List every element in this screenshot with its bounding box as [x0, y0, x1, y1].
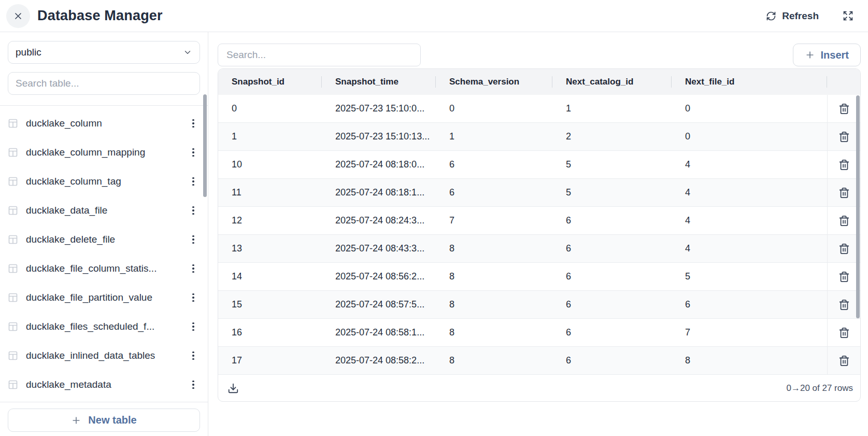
trash-icon	[838, 243, 850, 255]
grid-header: Snapshot_id Snapshot_time Schema_version…	[218, 69, 860, 95]
table-item-menu-button[interactable]	[187, 261, 200, 276]
table-item-label: ducklake_metadata	[26, 379, 111, 390]
data-grid: Snapshot_id Snapshot_time Schema_version…	[218, 68, 861, 402]
table-cell: 14	[218, 263, 322, 290]
sidebar-table-item[interactable]: ducklake_metadata	[8, 370, 200, 399]
delete-row-button[interactable]	[834, 155, 854, 175]
delete-row-button[interactable]	[834, 211, 854, 231]
table-row: 132025-07-24 08:43:3...864	[218, 235, 860, 263]
schema-select[interactable]: public	[8, 41, 200, 64]
table-cell: 1	[552, 95, 672, 122]
table-cell: 4	[672, 235, 827, 262]
table-item-menu-button[interactable]	[187, 116, 200, 131]
row-action-cell	[827, 235, 860, 262]
table-cell: 2025-07-24 08:58:1...	[322, 319, 436, 346]
table-icon	[8, 321, 18, 332]
delete-row-button[interactable]	[834, 99, 854, 119]
table-item-label: ducklake_delete_file	[26, 234, 115, 245]
table-search-input[interactable]	[8, 72, 200, 95]
table-item-label: ducklake_column_tag	[26, 176, 121, 187]
download-button[interactable]	[227, 383, 239, 394]
table-cell: 2025-07-24 08:43:3...	[322, 235, 436, 262]
table-item-menu-button[interactable]	[187, 348, 200, 363]
grid-footer: 0→20 of 27 rows	[218, 375, 860, 401]
table-item-label: ducklake_data_file	[26, 205, 107, 216]
refresh-button[interactable]: Refresh	[766, 10, 819, 22]
table-item-menu-button[interactable]	[187, 232, 200, 247]
refresh-label: Refresh	[782, 10, 819, 22]
sidebar-table-item[interactable]: ducklake_column	[8, 109, 200, 138]
table-cell: 10	[218, 151, 322, 178]
grid-body: 02025-07-23 15:10:0...010 12025-07-23 15…	[218, 95, 860, 375]
fullscreen-button[interactable]	[843, 10, 853, 21]
table-item-menu-button[interactable]	[187, 203, 200, 218]
table-item-label: ducklake_file_partition_value	[26, 292, 152, 303]
table-cell: 2025-07-23 15:10:0...	[322, 95, 436, 122]
delete-row-button[interactable]	[834, 127, 854, 147]
table-cell: 0	[436, 95, 552, 122]
sidebar-table-item[interactable]: ducklake_column_tag	[8, 167, 200, 196]
table-cell: 2025-07-24 08:18:0...	[322, 151, 436, 178]
plus-icon	[71, 415, 81, 426]
table-cell: 2025-07-24 08:58:2...	[322, 347, 436, 374]
table-item-menu-button[interactable]	[187, 145, 200, 160]
delete-row-button[interactable]	[834, 239, 854, 259]
table-icon	[8, 292, 18, 303]
table-icon	[8, 118, 18, 129]
chevron-down-icon	[183, 48, 192, 57]
insert-button[interactable]: Insert	[793, 44, 861, 66]
kebab-icon	[192, 381, 194, 389]
delete-row-button[interactable]	[834, 183, 854, 203]
kebab-icon	[192, 119, 194, 128]
table-row: 162025-07-24 08:58:1...867	[218, 319, 860, 347]
column-header: Next_file_id	[672, 69, 827, 95]
delete-row-button[interactable]	[834, 351, 854, 371]
new-table-button[interactable]: New table	[8, 409, 200, 432]
table-cell: 8	[436, 319, 552, 346]
table-item-menu-button[interactable]	[187, 174, 200, 189]
sidebar-table-item[interactable]: ducklake_data_file	[8, 196, 200, 225]
row-search-input[interactable]	[218, 44, 421, 66]
table-cell: 15	[218, 291, 322, 318]
table-cell: 2025-07-23 15:10:13...	[322, 123, 436, 150]
grid-scrollbar-thumb[interactable]	[856, 95, 860, 318]
sidebar-table-item[interactable]: ducklake_column_mapping	[8, 138, 200, 167]
trash-icon	[838, 271, 850, 283]
table-item-label: ducklake_file_column_statis...	[26, 263, 156, 274]
table-cell: 8	[436, 291, 552, 318]
column-header: Snapshot_time	[322, 69, 436, 95]
delete-row-button[interactable]	[834, 323, 854, 343]
sidebar-table-item[interactable]: ducklake_files_scheduled_f...	[8, 312, 200, 341]
delete-row-button[interactable]	[834, 295, 854, 315]
table-cell: 6	[552, 207, 672, 234]
table-cell: 11	[218, 179, 322, 206]
table-cell: 17	[218, 347, 322, 374]
table-item-menu-button[interactable]	[187, 377, 200, 392]
sidebar-scrollbar-thumb[interactable]	[203, 94, 207, 197]
table-row: 12025-07-23 15:10:13...120	[218, 123, 860, 151]
table-cell: 4	[672, 207, 827, 234]
table-row: 142025-07-24 08:56:2...865	[218, 263, 860, 291]
sidebar-table-item[interactable]: ducklake_file_partition_value	[8, 283, 200, 312]
table-cell: 2025-07-24 08:57:5...	[322, 291, 436, 318]
column-header: Snapshot_id	[218, 69, 322, 95]
table-cell: 6	[552, 291, 672, 318]
sidebar-table-item[interactable]: ducklake_delete_file	[8, 225, 200, 254]
delete-row-button[interactable]	[834, 267, 854, 287]
sidebar-table-item[interactable]: ducklake_inlined_data_tables	[8, 341, 200, 370]
kebab-icon	[192, 235, 194, 244]
table-item-menu-button[interactable]	[187, 290, 200, 305]
row-action-cell	[827, 123, 860, 150]
table-row: 112025-07-24 08:18:1...654	[218, 179, 860, 207]
row-action-cell	[827, 95, 860, 122]
close-button[interactable]	[6, 4, 30, 28]
trash-icon	[838, 131, 850, 143]
trash-icon	[838, 355, 850, 367]
sidebar-table-item[interactable]: ducklake_file_column_statis...	[8, 254, 200, 283]
row-count-label: 0→20 of 27 rows	[786, 383, 853, 393]
table-icon	[8, 176, 18, 187]
column-header: Next_catalog_id	[552, 69, 672, 95]
table-item-menu-button[interactable]	[187, 319, 200, 334]
table-cell: 6	[552, 235, 672, 262]
row-action-cell	[827, 179, 860, 206]
